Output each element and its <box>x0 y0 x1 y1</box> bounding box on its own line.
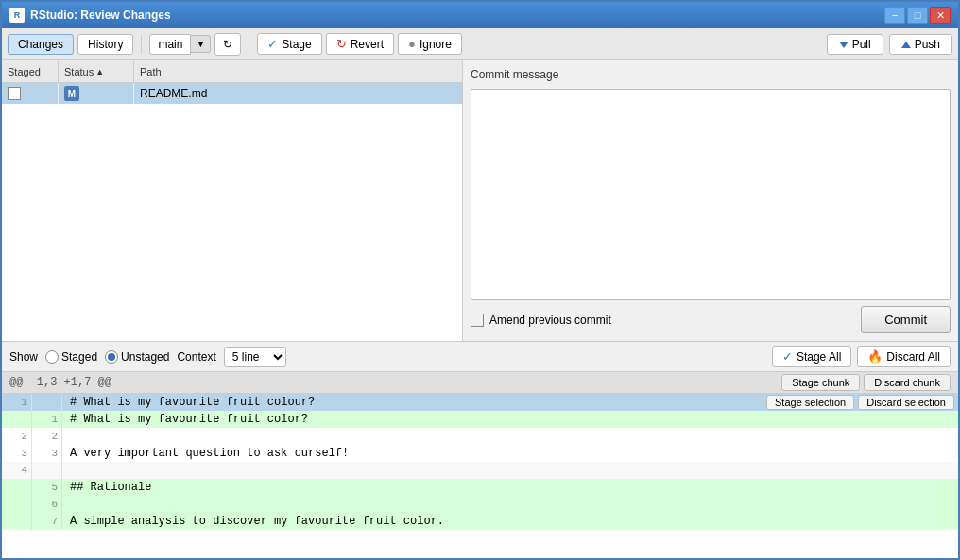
line-num-old: 4 <box>2 462 32 479</box>
line-content: A very important question to ask ourself… <box>62 445 958 462</box>
push-icon <box>901 38 911 51</box>
unstaged-radio-label: Unstaged <box>121 350 169 364</box>
col-header-staged: Staged <box>2 60 59 82</box>
file-list-header: Staged Status ▲ Path <box>2 60 462 83</box>
ignore-button[interactable]: ● Ignore <box>398 33 462 55</box>
staged-radio-option[interactable]: Staged <box>45 350 97 364</box>
diff-line: 1 # What is my favourite fruit colour? S… <box>2 394 958 411</box>
amend-row: Amend previous commit <box>471 314 611 327</box>
line-content <box>62 428 958 445</box>
line-num-old <box>2 496 32 513</box>
show-bar: Show Staged Unstaged Context 5 line 3 li… <box>2 342 958 372</box>
history-tab[interactable]: History <box>77 34 133 55</box>
line-action-btns: Stage selection Discard selection <box>766 394 958 411</box>
changes-tab[interactable]: Changes <box>8 34 74 55</box>
pull-button[interactable]: Pull <box>827 34 883 55</box>
show-bar-right: ✓ Stage All 🔥 Discard All <box>772 346 951 367</box>
diff-line: 3 3 A very important question to ask our… <box>2 445 958 462</box>
cell-staged <box>2 83 59 104</box>
pull-icon <box>839 38 849 51</box>
diff-chunk-buttons: Stage chunk Discard chunk <box>781 374 951 391</box>
app-icon: R <box>9 8 25 23</box>
line-num-new: 3 <box>32 445 62 462</box>
ignore-label: Ignore <box>420 38 452 51</box>
line-num-old: 2 <box>2 428 32 445</box>
line-num-old <box>2 479 32 496</box>
commit-footer: Amend previous commit Commit <box>471 306 951 333</box>
branch-label: main <box>149 34 191 55</box>
branch-selector: main ▼ <box>149 34 211 55</box>
line-num-old: 3 <box>2 445 32 462</box>
window-title: RStudio: Review Changes <box>30 8 171 22</box>
line-num-new <box>32 394 62 411</box>
context-select[interactable]: 5 line 3 line 10 line <box>224 347 286 367</box>
line-num-old: 1 <box>2 394 32 411</box>
line-num-new: 1 <box>32 411 62 428</box>
diff-line: 1 # What is my favourite fruit color? <box>2 411 958 428</box>
diff-lines: 1 # What is my favourite fruit colour? S… <box>2 394 958 530</box>
discard-all-icon: 🔥 <box>867 349 883 364</box>
revert-button[interactable]: ↻ Revert <box>326 33 394 55</box>
line-num-old <box>2 411 32 428</box>
diff-line: 2 2 <box>2 428 958 445</box>
pull-label: Pull <box>852 38 871 51</box>
unstaged-radio-option[interactable]: Unstaged <box>105 350 169 364</box>
separator-2 <box>249 35 249 54</box>
amend-label: Amend previous commit <box>489 314 611 327</box>
refresh-button[interactable]: ↻ <box>214 33 241 56</box>
line-num-new <box>32 462 62 479</box>
commit-message-label: Commit message <box>471 68 951 81</box>
revert-icon: ↻ <box>336 37 347 51</box>
main-content: Staged Status ▲ Path M <box>2 60 958 341</box>
ignore-icon: ● <box>408 37 416 51</box>
title-controls: − □ ✕ <box>884 7 951 24</box>
amend-checkbox[interactable] <box>471 314 484 327</box>
diff-line: 6 <box>2 496 958 513</box>
branch-dropdown[interactable]: ▼ <box>191 35 211 53</box>
file-list: M README.md <box>2 83 462 341</box>
staged-checkbox[interactable] <box>8 87 21 100</box>
stage-check-icon: ✓ <box>267 37 278 51</box>
discard-chunk-button[interactable]: Discard chunk <box>864 374 951 391</box>
push-button[interactable]: Push <box>889 34 952 55</box>
line-content: A simple analysis to discover my favouri… <box>62 513 958 530</box>
status-badge: M <box>64 86 79 101</box>
line-content: # What is my favourite fruit color? <box>62 411 958 428</box>
cell-path: README.md <box>134 87 462 100</box>
file-row[interactable]: M README.md <box>2 83 462 104</box>
stage-all-label: Stage All <box>797 350 841 364</box>
stage-all-button[interactable]: ✓ Stage All <box>772 346 851 367</box>
minimize-button[interactable]: − <box>884 7 905 24</box>
unstaged-radio[interactable] <box>105 350 118 364</box>
separator-1 <box>141 35 142 54</box>
line-content <box>62 462 958 479</box>
line-num-old <box>2 513 32 530</box>
commit-message-input[interactable] <box>471 89 951 300</box>
close-button[interactable]: ✕ <box>930 7 951 24</box>
diff-line: 4 <box>2 462 958 479</box>
col-header-path: Path <box>134 66 462 77</box>
status-sort-icon: ▲ <box>95 67 104 76</box>
line-num-new: 5 <box>32 479 62 496</box>
context-label: Context <box>177 350 215 364</box>
cell-status: M <box>59 83 134 104</box>
discard-all-button[interactable]: 🔥 Discard All <box>857 346 951 367</box>
revert-label: Revert <box>351 38 384 51</box>
maximize-button[interactable]: □ <box>907 7 928 24</box>
show-label: Show <box>9 350 38 364</box>
stage-selection-button[interactable]: Stage selection <box>766 395 854 410</box>
line-num-new: 2 <box>32 428 62 445</box>
stage-label: Stage <box>282 38 311 51</box>
stage-button[interactable]: ✓ Stage <box>257 33 321 55</box>
discard-selection-button[interactable]: Discard selection <box>858 395 954 410</box>
toolbar-right: Pull Push <box>827 34 952 55</box>
left-panel: Staged Status ▲ Path M <box>2 60 463 341</box>
discard-all-label: Discard All <box>886 350 940 364</box>
staged-radio[interactable] <box>45 350 59 364</box>
bottom-section: Show Staged Unstaged Context 5 line 3 li… <box>2 341 958 558</box>
commit-button[interactable]: Commit <box>861 306 951 333</box>
stage-chunk-button[interactable]: Stage chunk <box>781 374 860 391</box>
line-num-new: 7 <box>32 513 62 530</box>
title-bar-left: R RStudio: Review Changes <box>9 8 171 23</box>
line-content <box>62 496 958 513</box>
